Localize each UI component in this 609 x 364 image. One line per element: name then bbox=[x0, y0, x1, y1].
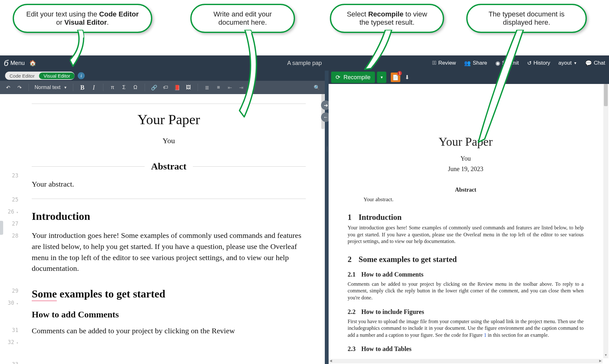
omega-icon[interactable]: Ω bbox=[132, 85, 139, 90]
visual-editor-tab[interactable]: Visual Editor bbox=[39, 73, 75, 79]
editor-content[interactable]: Your Paper You Abstract Your abstract. I… bbox=[22, 94, 325, 364]
pane-divider[interactable]: ➔ ← ⋮⋮⋮⋮⋮⋮ bbox=[325, 71, 329, 364]
logs-button[interactable]: 1 bbox=[391, 73, 400, 82]
code-editor-tab[interactable]: Code Editor bbox=[5, 73, 39, 79]
line-number: 28 bbox=[0, 230, 18, 285]
numbered-list-icon[interactable]: ≡ bbox=[215, 85, 222, 90]
line-gutter: 2325262728293031323334 bbox=[0, 94, 22, 364]
line-number: 30 bbox=[0, 297, 18, 324]
overleaf-logo: б bbox=[4, 58, 9, 68]
bold-icon[interactable]: B bbox=[79, 84, 86, 91]
line-number: 25 bbox=[0, 194, 18, 206]
compile-toolbar: ⟳ Recompile ▼ 1 ⬇ bbox=[329, 71, 609, 84]
review-icon: ✎⃝ bbox=[432, 60, 436, 66]
pdf-s21-body: Comments can be added to your project by… bbox=[348, 281, 584, 301]
home-icon[interactable]: 🏠 bbox=[29, 60, 36, 67]
callout-1: Edit your text using the Code Editor or … bbox=[13, 4, 152, 33]
link-icon[interactable]: 🔗 bbox=[151, 85, 158, 91]
undo-icon[interactable]: ↶ bbox=[4, 85, 11, 91]
abstract-text[interactable]: Your abstract. bbox=[32, 180, 306, 188]
editor-pane: 2325262728293031323334 Your Paper You Ab… bbox=[0, 94, 325, 364]
pdf-abstract-title: Abstract bbox=[348, 187, 584, 193]
section-introduction[interactable]: Introduction bbox=[32, 210, 306, 222]
pi-icon[interactable]: π bbox=[109, 85, 116, 90]
history-button[interactable]: ↺History bbox=[527, 60, 550, 67]
pdf-s22-body: First you have to upload the image file … bbox=[348, 318, 584, 339]
line-number: 29 bbox=[0, 285, 18, 297]
search-icon[interactable]: 🔍 bbox=[313, 85, 320, 91]
recompile-dropdown[interactable]: ▼ bbox=[377, 72, 386, 83]
abstract-heading: Abstract bbox=[151, 161, 187, 172]
italic-icon[interactable]: I bbox=[90, 84, 97, 91]
info-icon[interactable]: i bbox=[78, 72, 85, 79]
line-number: 23 bbox=[0, 169, 18, 182]
editor-scrollbar[interactable] bbox=[321, 94, 325, 364]
pdf-abstract-body: Your abstract. bbox=[363, 196, 584, 203]
pdf-section-1: 1Introduction bbox=[348, 213, 584, 222]
callout-2: Write and edit your document here. bbox=[190, 4, 295, 33]
history-icon: ↺ bbox=[527, 60, 532, 67]
pdf-date: June 19, 2023 bbox=[348, 165, 584, 173]
chevron-down-icon: ▼ bbox=[64, 86, 67, 89]
outdent-icon[interactable]: ⇤ bbox=[226, 85, 233, 91]
redo-icon[interactable]: ↷ bbox=[16, 85, 23, 91]
share-icon: 👥 bbox=[464, 60, 471, 67]
pdf-section-23: 2.3How to add Tables bbox=[348, 345, 584, 353]
recompile-button[interactable]: ⟳ Recompile bbox=[331, 72, 375, 83]
line-number: 26 bbox=[0, 206, 18, 218]
chat-button[interactable]: 💬Chat bbox=[585, 60, 605, 67]
editor-mode-toggle: Code Editor Visual Editor bbox=[5, 72, 75, 80]
pdf-section-22: 2.2How to include Figures bbox=[348, 308, 584, 316]
file-tree-toggle[interactable] bbox=[0, 221, 3, 235]
pdf-figure-ref[interactable]: 1 bbox=[484, 332, 487, 338]
callout-3: Select Recompile to view the typeset res… bbox=[330, 4, 444, 33]
refresh-icon: ⟳ bbox=[336, 74, 340, 81]
pdf-preview[interactable]: Your Paper You June 19, 2023 Abstract Yo… bbox=[329, 84, 603, 358]
line-number: 33 bbox=[0, 358, 18, 364]
pdf-author: You bbox=[348, 155, 584, 162]
formatting-toolbar: ↶ ↷ Normal text▼ B I π Σ Ω 🔗 🏷 📕 🖼 ≣ ≡ ⇤… bbox=[0, 81, 325, 94]
chevron-down-icon: ▼ bbox=[380, 75, 383, 79]
tag-icon[interactable]: 🏷 bbox=[162, 85, 169, 90]
download-icon[interactable]: ⬇ bbox=[405, 74, 409, 81]
image-icon[interactable]: 🖼 bbox=[185, 85, 192, 90]
line-number bbox=[0, 182, 18, 194]
pdf-vertical-scrollbar[interactable]: ▲▼ bbox=[603, 84, 608, 358]
pdf-s1-body: Your introduction goes here! Some exampl… bbox=[348, 224, 584, 245]
book-icon[interactable]: 📕 bbox=[174, 85, 180, 91]
editor-switch-row: Code Editor Visual Editor i bbox=[0, 71, 325, 81]
chat-icon: 💬 bbox=[585, 60, 592, 67]
pdf-title: Your Paper bbox=[348, 135, 584, 149]
line-number: 31 bbox=[0, 324, 18, 336]
document-author[interactable]: You bbox=[32, 137, 306, 145]
menu-button[interactable]: Menu bbox=[10, 60, 25, 67]
project-title: A sample pap bbox=[287, 60, 322, 67]
intro-paragraph[interactable]: Your introduction goes here! Some exampl… bbox=[32, 230, 306, 274]
bullet-list-icon[interactable]: ≣ bbox=[204, 85, 211, 91]
pdf-section-2: 2Some examples to get started bbox=[348, 255, 584, 264]
comments-paragraph[interactable]: Comments can be added to your project by… bbox=[32, 325, 306, 336]
callout-4: The typeset document is displayed here. bbox=[466, 4, 587, 33]
line-number: 32 bbox=[0, 336, 18, 358]
subsection-comments[interactable]: How to add Comments bbox=[32, 310, 306, 320]
chevron-down-icon: ▼ bbox=[573, 61, 577, 65]
pdf-section-21: 2.1How to add Comments bbox=[348, 271, 584, 278]
pdf-horizontal-scrollbar[interactable]: ◀▶ bbox=[329, 359, 603, 363]
paragraph-style-select[interactable]: Normal text▼ bbox=[35, 85, 67, 90]
logs-badge: 1 bbox=[397, 71, 402, 75]
layout-button[interactable]: ayout▼ bbox=[559, 60, 577, 66]
section-examples[interactable]: Some examples to get started bbox=[32, 288, 306, 300]
review-button[interactable]: ✎⃝Review bbox=[432, 60, 456, 66]
sigma-icon[interactable]: Σ bbox=[121, 85, 128, 90]
